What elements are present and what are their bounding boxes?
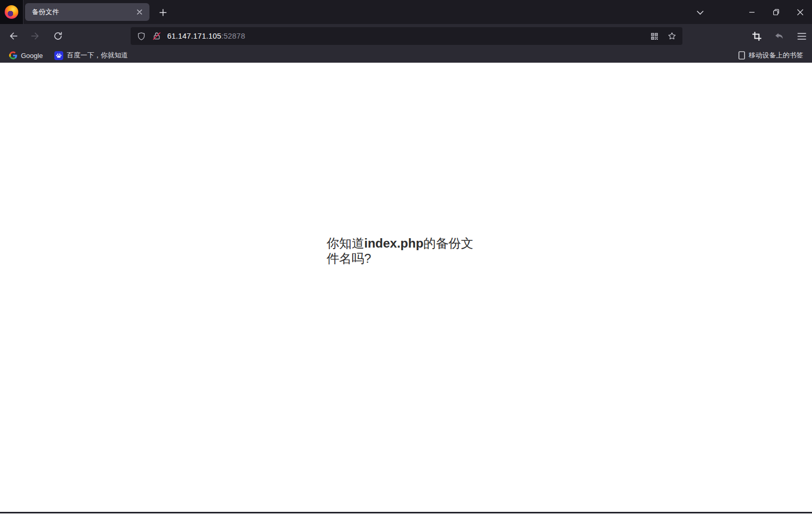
bookmark-label: 移动设备上的书签 — [749, 51, 803, 60]
qr-code-button[interactable] — [649, 31, 659, 41]
heading-prefix: 你知道 — [327, 236, 364, 250]
browser-window: 备份文件 — [0, 0, 812, 515]
curved-back-arrow-icon — [774, 31, 784, 41]
browser-tab[interactable]: 备份文件 — [25, 3, 149, 21]
firefox-app-button[interactable] — [0, 0, 24, 24]
forward-icon — [30, 31, 41, 41]
close-button[interactable] — [788, 0, 812, 24]
qr-code-icon — [650, 32, 659, 41]
new-tab-icon — [159, 9, 167, 16]
menu-button[interactable] — [796, 31, 807, 41]
star-icon — [667, 31, 677, 41]
page-heading: 你知道index.php的备份文件名吗? — [327, 236, 483, 266]
back-button[interactable] — [7, 30, 19, 42]
navigation-toolbar: 61.147.171.105:52878 — [0, 24, 812, 48]
page-content: 你知道index.php的备份文件名吗? — [0, 63, 812, 515]
crop-icon — [752, 31, 762, 41]
mobile-device-icon — [738, 51, 745, 60]
restore-button[interactable] — [764, 0, 788, 24]
undo-extension-button[interactable] — [774, 31, 784, 41]
bookmarks-toolbar: Google 百度一下，你就知道 移动设备上的书签 — [0, 48, 812, 63]
chevron-down-icon — [697, 10, 704, 15]
reload-button[interactable] — [52, 30, 64, 42]
bookmark-mobile-folder[interactable]: 移动设备上的书签 — [736, 50, 805, 61]
tab-bar: 备份文件 — [0, 0, 812, 24]
screenshot-extension-button[interactable] — [751, 31, 762, 41]
heading-filename: index.php — [364, 236, 423, 250]
url-port: :52878 — [222, 32, 246, 40]
restore-icon — [773, 9, 780, 16]
insecure-lock-icon[interactable] — [152, 31, 162, 41]
back-icon — [8, 31, 18, 41]
tab-title: 备份文件 — [32, 7, 134, 17]
bookmark-star-button[interactable] — [667, 31, 677, 41]
window-controls — [740, 0, 812, 24]
minimize-icon — [749, 9, 755, 15]
window-close-icon — [797, 9, 804, 16]
firefox-icon — [5, 5, 18, 19]
tracking-protection-shield-icon[interactable] — [136, 31, 146, 41]
hamburger-menu-icon — [797, 32, 806, 40]
url-host: 61.147.171.105 — [167, 32, 222, 40]
bookmark-label: Google — [21, 52, 43, 60]
forward-button[interactable] — [30, 30, 41, 42]
reload-icon — [53, 31, 63, 41]
tab-close-icon — [136, 9, 143, 15]
list-all-tabs-button[interactable] — [693, 6, 707, 19]
address-bar[interactable]: 61.147.171.105:52878 — [131, 27, 682, 45]
url-text: 61.147.171.105:52878 — [167, 32, 245, 40]
bookmark-label: 百度一下，你就知道 — [67, 51, 128, 60]
minimize-button[interactable] — [740, 0, 764, 24]
bookmark-google[interactable]: Google — [7, 50, 45, 61]
bookmark-baidu[interactable]: 百度一下，你就知道 — [52, 50, 130, 61]
new-tab-button[interactable] — [156, 6, 170, 19]
google-icon — [9, 51, 17, 60]
baidu-paw-icon — [54, 51, 63, 60]
tab-close-button[interactable] — [134, 6, 145, 18]
window-border-bottom — [0, 512, 812, 513]
